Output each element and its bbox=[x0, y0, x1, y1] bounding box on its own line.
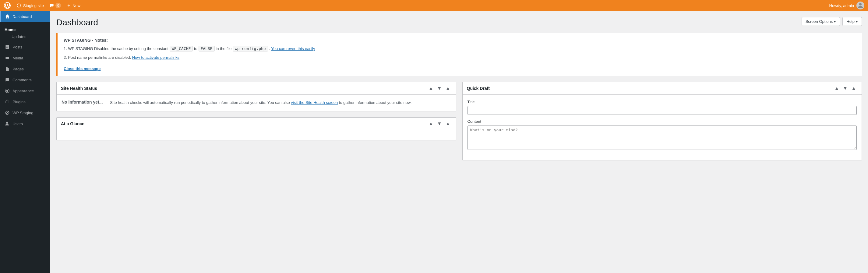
revert-link[interactable]: You can revert this easily bbox=[271, 46, 315, 51]
sidebar-item-dashboard[interactable]: Dashboard bbox=[0, 11, 50, 22]
wp-logo[interactable] bbox=[4, 2, 11, 9]
comments-count: 0 bbox=[56, 3, 61, 8]
adminbar-comments[interactable]: 0 bbox=[49, 3, 61, 8]
main-content: Dashboard Screen Options ▾ Help ▾ WP STA… bbox=[50, 11, 868, 273]
page-title: Dashboard bbox=[56, 17, 98, 28]
site-health-header: Site Health Status ▲ ▼ ▲ bbox=[57, 82, 456, 95]
home-group: Home Updates bbox=[0, 22, 50, 41]
help-chevron: ▾ bbox=[856, 19, 858, 24]
at-a-glance-close-btn[interactable]: ▲ bbox=[444, 121, 452, 127]
wp-staging-icon bbox=[5, 110, 10, 116]
quick-draft-expand-btn[interactable]: ▼ bbox=[841, 85, 849, 91]
sidebar-users-label: Users bbox=[12, 122, 23, 126]
notice-item2-prefix: 2. Post name permalinks are disabled. bbox=[64, 55, 132, 60]
notice-item-2: 2. Post name permalinks are disabled. Ho… bbox=[64, 55, 856, 61]
pages-icon bbox=[5, 66, 10, 71]
title-field[interactable] bbox=[467, 106, 857, 115]
at-a-glance-collapse-btn[interactable]: ▲ bbox=[427, 121, 435, 127]
site-health-controls: ▲ ▼ ▲ bbox=[427, 85, 452, 91]
quick-draft-controls: ▲ ▼ ▲ bbox=[833, 85, 857, 91]
quick-draft-close-btn[interactable]: ▲ bbox=[850, 85, 857, 91]
notice-item1-prefix: 1. WP STAGING Disabled the cache by sett… bbox=[64, 46, 169, 51]
sidebar-posts-label: Posts bbox=[12, 45, 23, 49]
quick-draft-body: Title Content bbox=[463, 95, 862, 160]
title-field-label: Title bbox=[467, 100, 857, 104]
howdy-text: Howdy, admin bbox=[829, 3, 854, 8]
at-a-glance-title: At a Glance bbox=[61, 121, 84, 126]
content-form-group: Content bbox=[467, 119, 857, 151]
site-health-body: No information yet... Site health checks… bbox=[57, 95, 456, 111]
sidebar: Dashboard Home Updates Posts Media Pa bbox=[0, 11, 50, 273]
dashboard-columns: Site Health Status ▲ ▼ ▲ No information … bbox=[56, 82, 862, 160]
comments-icon bbox=[5, 77, 10, 83]
site-health-collapse-btn[interactable]: ▲ bbox=[427, 85, 435, 91]
sidebar-item-wp-staging[interactable]: WP Staging bbox=[0, 107, 50, 118]
sidebar-plugins-label: Plugins bbox=[12, 100, 26, 104]
site-health-no-info: No information yet... bbox=[62, 100, 103, 104]
notice-item1-suffix: in the file bbox=[216, 46, 233, 51]
sidebar-appearance-label: Appearance bbox=[12, 89, 34, 93]
notice-code-wp-cache: WP_CACHE bbox=[169, 46, 193, 52]
adminbar-site[interactable]: Staging site bbox=[17, 3, 44, 8]
sidebar-item-pages[interactable]: Pages bbox=[0, 63, 50, 74]
screen-options-label: Screen Options bbox=[806, 19, 833, 24]
page-title-row: Dashboard Screen Options ▾ Help ▾ bbox=[56, 17, 862, 28]
sidebar-item-comments[interactable]: Comments bbox=[0, 74, 50, 85]
sidebar-item-users[interactable]: Users bbox=[0, 118, 50, 129]
home-label[interactable]: Home bbox=[0, 24, 50, 33]
close-notice-link[interactable]: Close this message bbox=[64, 66, 100, 71]
notice-item1-mid: to bbox=[194, 46, 198, 51]
plugins-icon bbox=[5, 99, 10, 104]
site-name: Staging site bbox=[23, 3, 44, 8]
appearance-icon bbox=[5, 88, 10, 94]
site-health-desc-suffix: to gather information about your site no… bbox=[338, 100, 411, 105]
sidebar-item-media[interactable]: Media bbox=[0, 52, 50, 63]
site-health-metabox: Site Health Status ▲ ▼ ▲ No information … bbox=[56, 82, 456, 111]
site-health-title: Site Health Status bbox=[61, 86, 97, 91]
visit-health-link[interactable]: visit the Site Health screen bbox=[291, 100, 338, 105]
sidebar-updates[interactable]: Updates bbox=[0, 33, 50, 40]
title-form-group: Title bbox=[467, 100, 857, 115]
content-field-label: Content bbox=[467, 119, 857, 124]
users-icon bbox=[5, 121, 10, 126]
new-label: New bbox=[72, 3, 81, 8]
at-a-glance-controls: ▲ ▼ ▲ bbox=[427, 121, 452, 127]
notice-item-1: 1. WP STAGING Disabled the cache by sett… bbox=[64, 46, 856, 52]
plus-icon: ＋ bbox=[66, 2, 71, 9]
site-health-expand-btn[interactable]: ▼ bbox=[436, 85, 443, 91]
site-health-desc-text: Site health checks will automatically ru… bbox=[110, 100, 291, 105]
sidebar-wp-staging-label: WP Staging bbox=[12, 111, 33, 115]
sidebar-item-appearance[interactable]: Appearance bbox=[0, 85, 50, 96]
at-a-glance-expand-btn[interactable]: ▼ bbox=[436, 121, 443, 127]
posts-icon bbox=[5, 44, 10, 50]
at-a-glance-body bbox=[57, 130, 456, 140]
right-column: Quick Draft ▲ ▼ ▲ Title bbox=[462, 82, 862, 160]
quick-draft-header: Quick Draft ▲ ▼ ▲ bbox=[463, 82, 862, 95]
sidebar-item-posts[interactable]: Posts bbox=[0, 41, 50, 52]
adminbar-new[interactable]: ＋ New bbox=[66, 2, 81, 9]
sidebar-item-plugins[interactable]: Plugins bbox=[0, 96, 50, 107]
site-health-desc: Site health checks will automatically ru… bbox=[110, 100, 411, 106]
content-field[interactable] bbox=[467, 125, 857, 150]
notice-code-wpconfig: wp-config.php bbox=[233, 46, 268, 52]
title-buttons: Screen Options ▾ Help ▾ bbox=[802, 17, 862, 26]
media-icon bbox=[5, 55, 10, 61]
site-health-close-btn[interactable]: ▲ bbox=[444, 85, 452, 91]
screen-options-chevron: ▾ bbox=[834, 19, 836, 24]
admin-bar: Staging site 0 ＋ New Howdy, admin bbox=[0, 0, 868, 11]
notice-box: WP STAGING - Notes: 1. WP STAGING Disabl… bbox=[56, 33, 862, 76]
permalink-link[interactable]: How to activate permalinks bbox=[132, 55, 179, 60]
sidebar-media-label: Media bbox=[12, 56, 23, 60]
at-a-glance-metabox: At a Glance ▲ ▼ ▲ bbox=[56, 117, 456, 140]
admin-avatar[interactable] bbox=[857, 2, 864, 9]
notice-title: WP STAGING - Notes: bbox=[64, 38, 856, 43]
quick-draft-title: Quick Draft bbox=[467, 86, 490, 91]
sidebar-comments-label: Comments bbox=[12, 78, 32, 82]
help-button[interactable]: Help ▾ bbox=[842, 17, 862, 26]
screen-options-button[interactable]: Screen Options ▾ bbox=[802, 17, 840, 26]
quick-draft-metabox: Quick Draft ▲ ▼ ▲ Title bbox=[462, 82, 862, 160]
notice-list: 1. WP STAGING Disabled the cache by sett… bbox=[64, 46, 856, 61]
sidebar-dashboard-label: Dashboard bbox=[12, 14, 32, 19]
quick-draft-collapse-btn[interactable]: ▲ bbox=[833, 85, 840, 91]
help-label: Help bbox=[846, 19, 855, 24]
